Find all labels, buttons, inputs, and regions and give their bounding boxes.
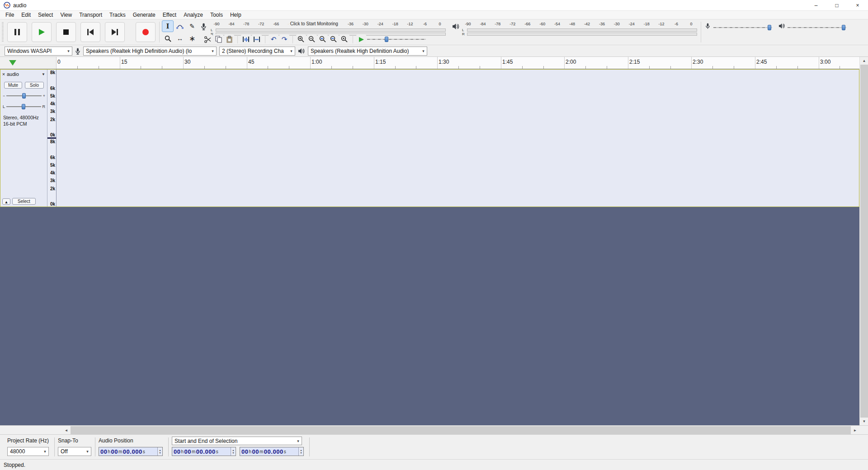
record-button[interactable] xyxy=(136,22,156,42)
scroll-left-button[interactable]: ◄ xyxy=(62,426,71,435)
solo-button[interactable]: Solo xyxy=(25,82,44,89)
slider-thumb[interactable] xyxy=(22,93,26,99)
playback-meter[interactable]: -90-84-78-72-66-60-54-48-42-36-30-24-18-… xyxy=(462,22,697,35)
multi-tool-button[interactable]: ∗ xyxy=(186,33,198,44)
undo-button[interactable]: ↶ xyxy=(269,34,278,44)
menu-tools[interactable]: Tools xyxy=(207,11,226,19)
frequency-ruler[interactable]: 8k6k5k4k3k2k0k 8k6k5k4k3k2k0k xyxy=(47,70,57,207)
zoom-out-button[interactable] xyxy=(307,34,317,44)
zoom-tool-button[interactable] xyxy=(162,33,174,44)
scroll-up-button[interactable]: ▲ xyxy=(860,57,868,65)
snap-to-select[interactable]: Off ▾ xyxy=(58,447,91,456)
skip-to-end-button[interactable] xyxy=(105,22,125,42)
frequency-label: 3k xyxy=(50,178,55,183)
play-button[interactable] xyxy=(32,22,52,42)
slider-thumb[interactable] xyxy=(385,37,388,42)
close-button[interactable]: × xyxy=(847,0,868,10)
trim-audio-button[interactable] xyxy=(241,34,251,44)
menu-generate[interactable]: Generate xyxy=(129,11,159,19)
monitor-label[interactable]: Click to Start Monitoring xyxy=(288,21,340,26)
zoom-in-button[interactable] xyxy=(296,34,306,44)
timeline-tick-minor xyxy=(840,66,840,69)
time-spinner[interactable]: ▴ ▾ xyxy=(157,447,162,456)
menu-edit[interactable]: Edit xyxy=(18,11,34,19)
selection-end-field[interactable]: 00h00m00.000s ▴ ▾ xyxy=(240,447,304,456)
pan-slider[interactable]: L R xyxy=(3,103,45,110)
audio-host-select[interactable]: Windows WASAPI ▾ xyxy=(5,47,72,56)
vertical-scrollbar[interactable]: ▲ ▼ xyxy=(859,57,868,425)
paste-button[interactable] xyxy=(224,34,234,44)
menu-effect[interactable]: Effect xyxy=(159,11,180,19)
envelope-tool-button[interactable] xyxy=(174,20,186,32)
draw-tool-button[interactable]: ✎ xyxy=(186,20,198,32)
zoom-toggle-button[interactable] xyxy=(340,34,349,44)
scroll-down-button[interactable]: ▼ xyxy=(860,418,868,425)
slider-thumb[interactable] xyxy=(842,25,845,30)
menu-analyze[interactable]: Analyze xyxy=(180,11,207,19)
menu-transport[interactable]: Transport xyxy=(75,11,106,19)
stop-button[interactable] xyxy=(56,22,76,42)
timeshift-tool-button[interactable]: ↔ xyxy=(174,33,186,44)
zoom-selection-button[interactable] xyxy=(318,34,328,44)
playback-device-select[interactable]: Speakers (Realtek High Definition Audio)… xyxy=(308,47,427,56)
timeline-ruler[interactable]: 01530451:001:151:301:452:002:152:302:453… xyxy=(56,57,859,69)
frequency-label: 0k xyxy=(50,132,55,137)
project-rate-select[interactable]: 48000 ▾ xyxy=(7,447,49,456)
zoom-fit-button[interactable] xyxy=(329,34,339,44)
vertical-scrollbar-thumb[interactable] xyxy=(860,65,868,418)
horizontal-scrollbar-thumb[interactable] xyxy=(71,426,851,434)
track-control-panel: × audio ▼ Mute Solo − + L R Stereo, 4800… xyxy=(0,70,47,207)
menu-view[interactable]: View xyxy=(57,11,75,19)
track-name[interactable]: audio xyxy=(7,71,19,77)
menu-help[interactable]: Help xyxy=(226,11,245,19)
collapse-track-button[interactable]: ▴ xyxy=(2,198,10,205)
play-position-pin-icon[interactable] xyxy=(9,60,16,66)
spectrogram-canvas[interactable] xyxy=(57,70,859,207)
toolbar-grip[interactable] xyxy=(2,22,4,42)
track-area[interactable]: × audio ▼ Mute Solo − + L R Stereo, 4800… xyxy=(0,69,859,425)
meter-scale-label: -60 xyxy=(539,22,545,26)
spin-down-icon[interactable]: ▾ xyxy=(232,451,234,454)
menu-select[interactable]: Select xyxy=(34,11,57,19)
spin-down-icon[interactable]: ▾ xyxy=(159,451,160,454)
play-speed-slider[interactable] xyxy=(367,36,426,43)
recording-volume-slider[interactable] xyxy=(713,24,772,31)
menu-file[interactable]: File xyxy=(2,11,18,19)
scroll-right-button[interactable]: ► xyxy=(851,426,859,435)
mute-button[interactable]: Mute xyxy=(4,82,22,89)
audio-position-field[interactable]: 00h00m00.000s ▴ ▾ xyxy=(99,447,163,456)
selection-tool-button[interactable]: I xyxy=(162,20,174,32)
paste-icon xyxy=(226,36,233,43)
recording-channels-value: 2 (Stereo) Recording Cha xyxy=(222,48,288,54)
slider-thumb[interactable] xyxy=(768,25,771,30)
skip-to-start-button[interactable] xyxy=(80,22,100,42)
slider-thumb[interactable] xyxy=(22,104,25,109)
selection-start-field[interactable]: 00h00m00.000s ▴ ▾ xyxy=(172,447,236,456)
time-spinner[interactable]: ▴ ▾ xyxy=(298,447,303,456)
speaker-icon xyxy=(452,23,460,30)
redo-button[interactable]: ↷ xyxy=(279,34,289,44)
selection-mode-value: Start and End of Selection xyxy=(175,438,295,444)
cut-button[interactable] xyxy=(203,34,212,44)
track-menu-button[interactable]: ▼ xyxy=(42,72,45,76)
recording-meter[interactable]: Click to Start Monitoring -90-84-78-72-6… xyxy=(211,22,446,35)
copy-button[interactable] xyxy=(213,34,223,44)
timeline-label: 2:30 xyxy=(693,59,703,65)
select-track-button[interactable]: Select xyxy=(12,198,36,205)
pause-button[interactable] xyxy=(7,22,27,42)
horizontal-scrollbar[interactable]: ◄ ► xyxy=(62,426,859,435)
recording-channels-select[interactable]: 2 (Stereo) Recording Cha ▾ xyxy=(219,47,295,56)
spin-down-icon[interactable]: ▾ xyxy=(300,451,302,454)
menu-tracks[interactable]: Tracks xyxy=(106,11,129,19)
timeline-tick-major xyxy=(183,57,184,69)
play-at-speed-button[interactable] xyxy=(356,34,366,44)
recording-device-select[interactable]: Speakers (Realtek High Definition Audio)… xyxy=(83,47,217,56)
gain-slider[interactable]: − + xyxy=(3,92,45,99)
track-close-button[interactable]: × xyxy=(0,71,7,77)
maximize-button[interactable]: □ xyxy=(826,0,847,10)
selection-mode-select[interactable]: Start and End of Selection ▾ xyxy=(172,437,302,445)
silence-audio-button[interactable] xyxy=(252,34,262,44)
time-spinner[interactable]: ▴ ▾ xyxy=(231,447,236,456)
minimize-button[interactable]: – xyxy=(806,0,826,10)
playback-volume-slider[interactable] xyxy=(788,24,846,31)
